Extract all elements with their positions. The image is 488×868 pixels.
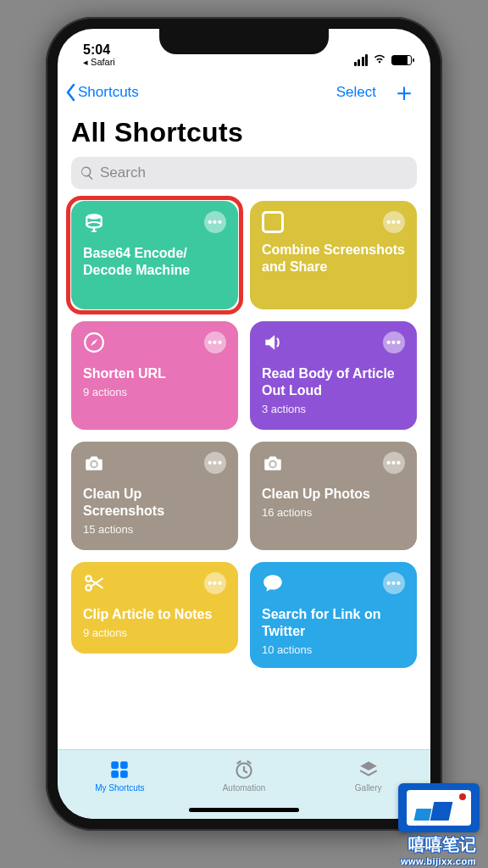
- scissors-icon: [83, 572, 105, 598]
- shortcut-subtitle: 16 actions: [262, 506, 405, 519]
- nav-bar: Shortcuts Select ＋: [58, 70, 430, 114]
- more-button[interactable]: •••: [383, 211, 405, 233]
- layers-icon: [358, 759, 380, 781]
- screen: 5:04 ◂ Safari Shortcuts Select ＋: [58, 29, 430, 819]
- watermark-url-text: www.bijixx.com: [401, 856, 476, 866]
- speech-icon: [262, 572, 284, 598]
- tab-label: Gallery: [355, 783, 382, 793]
- search-icon: [80, 165, 95, 181]
- shortcut-card[interactable]: •••Combine Screenshots and Share: [250, 201, 417, 309]
- more-button[interactable]: •••: [383, 452, 405, 474]
- tab-label: Automation: [223, 783, 266, 793]
- grid-icon: [108, 759, 130, 781]
- status-back-app[interactable]: ◂ Safari: [83, 57, 115, 68]
- shortcut-title: Read Body of Article Out Loud: [262, 365, 405, 399]
- camera-icon: [83, 452, 105, 477]
- status-time: 5:04: [83, 42, 115, 58]
- camera-icon: [262, 452, 284, 477]
- svg-point-0: [86, 214, 101, 220]
- shortcut-card[interactable]: •••Clean Up Photos16 actions: [250, 442, 417, 550]
- shortcut-subtitle: 9 actions: [83, 626, 226, 639]
- shortcut-title: Clip Article to Notes: [83, 606, 226, 623]
- more-button[interactable]: •••: [204, 452, 226, 474]
- watermark-cn-text: 嘻嘻笔记: [401, 833, 476, 856]
- phone-frame: 5:04 ◂ Safari Shortcuts Select ＋: [46, 17, 442, 831]
- tab-my-shortcuts[interactable]: My Shortcuts: [58, 750, 182, 819]
- shortcut-card[interactable]: •••Clip Article to Notes9 actions: [71, 562, 238, 654]
- shortcut-title: Search for Link on Twitter: [262, 606, 405, 640]
- search-placeholder: Search: [100, 164, 146, 181]
- shortcuts-grid-container[interactable]: •••Base64 Encode/ Decode Machine•••Combi…: [58, 196, 430, 791]
- shortcut-title: Shorten URL: [83, 365, 226, 382]
- square-icon: [262, 211, 284, 233]
- svg-rect-10: [120, 761, 128, 769]
- cellular-signal-icon: [354, 54, 369, 66]
- back-label: Shortcuts: [78, 84, 139, 101]
- tab-label: My Shortcuts: [95, 783, 144, 793]
- watermark-text: 嘻嘻笔记 www.bijixx.com: [401, 833, 476, 866]
- clock-icon: [233, 759, 255, 781]
- shortcut-card[interactable]: •••Search for Link on Twitter10 actions: [250, 562, 417, 668]
- page-title: All Shortcuts: [58, 114, 430, 157]
- svg-point-3: [92, 231, 97, 232]
- disk-icon: [83, 211, 105, 236]
- battery-icon: [391, 55, 412, 65]
- shortcut-subtitle: 15 actions: [83, 523, 226, 536]
- shortcut-card[interactable]: •••Read Body of Article Out Loud3 action…: [250, 321, 417, 430]
- shortcut-subtitle: 10 actions: [262, 643, 405, 656]
- shortcut-title: Clean Up Photos: [262, 486, 405, 503]
- notch: [159, 29, 329, 54]
- shortcuts-grid: •••Base64 Encode/ Decode Machine•••Combi…: [71, 201, 417, 668]
- search-input[interactable]: Search: [71, 157, 417, 189]
- svg-rect-9: [112, 761, 119, 769]
- more-button[interactable]: •••: [204, 211, 226, 233]
- shortcut-card[interactable]: •••Clean Up Screenshots15 actions: [71, 442, 238, 550]
- shortcut-title: Clean Up Screenshots: [83, 486, 226, 520]
- home-indicator[interactable]: [189, 808, 299, 812]
- watermark-logo: [398, 783, 480, 832]
- select-button[interactable]: Select: [336, 84, 376, 101]
- add-button[interactable]: ＋: [391, 80, 417, 105]
- svg-rect-11: [112, 771, 119, 778]
- shortcut-card[interactable]: •••Base64 Encode/ Decode Machine: [71, 201, 238, 309]
- svg-rect-12: [120, 771, 128, 778]
- more-button[interactable]: •••: [204, 572, 226, 594]
- more-button[interactable]: •••: [383, 331, 405, 353]
- more-button[interactable]: •••: [383, 572, 405, 594]
- shortcut-title: Base64 Encode/ Decode Machine: [83, 245, 226, 279]
- back-button[interactable]: Shortcuts: [64, 83, 139, 102]
- wifi-icon: [373, 52, 386, 68]
- shortcut-card[interactable]: •••Shorten URL9 actions: [71, 321, 238, 430]
- chevron-left-icon: [64, 83, 76, 102]
- compass-icon: [83, 331, 105, 357]
- more-button[interactable]: •••: [204, 331, 226, 353]
- shortcut-subtitle: 9 actions: [83, 386, 226, 398]
- speaker-icon: [262, 331, 284, 357]
- shortcut-title: Combine Screenshots and Share: [262, 242, 405, 275]
- shortcut-subtitle: 3 actions: [262, 403, 405, 415]
